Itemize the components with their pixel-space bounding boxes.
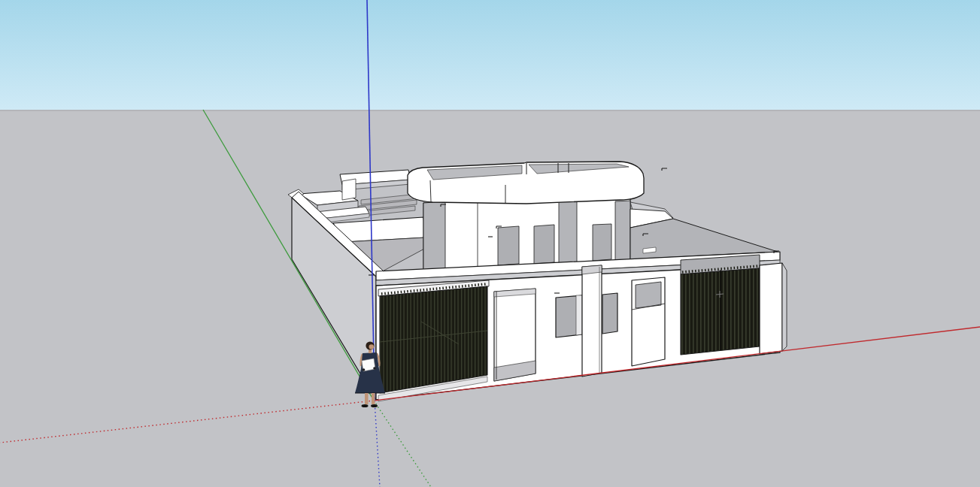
person-hand-left [363,368,366,371]
3d-viewport[interactable]: SketchUp-style 3D Modeling Viewport [0,0,980,487]
interior-door-3[interactable] [593,224,611,261]
person-leg-right [372,393,375,404]
sky [0,0,980,110]
window-2-opening[interactable] [602,293,617,334]
pier-face[interactable] [582,265,602,377]
window-1[interactable] [556,295,582,337]
right-corner-pillar[interactable] [760,263,787,354]
window-1-reveal [576,295,582,335]
entrance-gate-bars[interactable] [380,286,487,393]
parapet-crown[interactable] [408,162,644,204]
entrance-gate[interactable] [378,280,489,393]
central-pier[interactable] [582,265,602,377]
garage[interactable] [681,255,760,355]
interior-pilaster-3[interactable] [615,201,630,261]
interior-door-1[interactable] [498,226,519,265]
person-hand-right [373,367,376,370]
stair-post[interactable] [342,179,356,200]
person-face [369,344,375,349]
person-neck [369,349,372,353]
person-shoe-left [362,404,369,407]
person-leg-left [365,393,369,404]
pillar-face[interactable] [760,263,782,354]
pillar-side [782,263,787,351]
scene-canvas[interactable]: SketchUp-style 3D Modeling Viewport [0,0,980,487]
interior-pilaster-1[interactable] [423,201,445,275]
open-doorway[interactable] [494,289,536,381]
door-with-transom[interactable] [632,277,665,366]
interior-door-2[interactable] [534,225,554,264]
interior-pilaster-2[interactable] [559,198,577,265]
person-shoe-right [371,404,378,407]
door-2-transom [636,282,661,308]
